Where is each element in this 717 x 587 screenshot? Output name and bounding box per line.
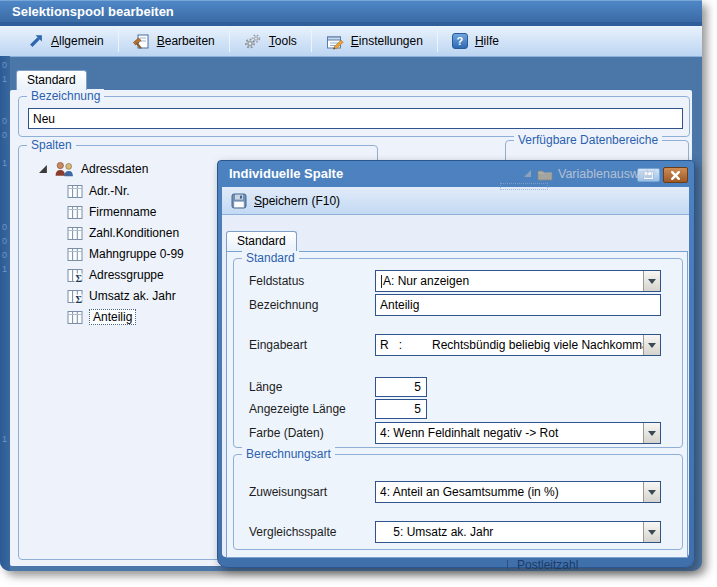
tree-item-adressgruppe[interactable]: Σ Adressgruppe <box>67 266 164 284</box>
toolbar-label-allgemein: Allgemein <box>51 34 104 48</box>
tree-item-label: Mahngruppe 0-99 <box>89 247 184 261</box>
table-column-icon <box>67 205 83 220</box>
help-icon: ? <box>452 33 468 49</box>
background-digit: 0 <box>2 60 7 70</box>
dialog-title: Individuelle Spalte <box>218 161 694 181</box>
laenge-value: 5 <box>414 380 421 394</box>
window-titlebar: Selektionspool bearbeiten <box>0 0 702 22</box>
angezeigte-laenge-input[interactable]: 5 <box>375 399 427 419</box>
expanded-triangle-icon <box>39 165 48 174</box>
eingabeart-combobox[interactable]: R : Rechtsbündig beliebig viele Nachkomm… <box>375 334 661 356</box>
dropdown-arrow-button[interactable] <box>643 423 660 443</box>
dialog-toolbar: Speichern (F10) <box>222 187 689 215</box>
toolbar-item-tools[interactable]: Tools <box>233 29 308 53</box>
bezeichnung-field-label: Bezeichnung <box>249 298 318 312</box>
arrow-up-right-icon <box>27 33 44 50</box>
background-digit: 0 <box>2 130 7 140</box>
zuweisungsart-combobox[interactable]: 4: Anteil an Gesamtsumme (in %) <box>375 481 661 503</box>
toolbar-item-hilfe[interactable]: ? Hilfe <box>441 29 510 53</box>
toolbar-item-einstellungen[interactable]: Einstellungen <box>315 29 434 53</box>
dropdown-arrow-button[interactable] <box>643 482 660 502</box>
tab-standard-dialog[interactable]: Standard <box>226 231 297 251</box>
tree-item-adressdaten[interactable]: Adressdaten <box>39 160 148 178</box>
standard-group-label: Standard <box>242 251 299 265</box>
vergleichsspalte-combobox[interactable]: 5: Umsatz ak. Jahr <box>375 521 661 543</box>
dropdown-arrow-button[interactable] <box>643 335 660 355</box>
people-icon <box>54 161 75 177</box>
feldstatus-label: Feldstatus <box>249 274 304 288</box>
background-digit: 0 <box>2 222 7 232</box>
chevron-down-icon <box>648 431 656 440</box>
tree-item-mahngruppe[interactable]: Mahngruppe 0-99 <box>67 245 184 263</box>
bezeichnung-input[interactable]: Neu <box>28 108 683 129</box>
feldstatus-combobox[interactable]: A: Nur anzeigen <box>375 270 661 292</box>
bezeichnung-group-label: Bezeichnung <box>27 89 104 103</box>
background-digit: 0 <box>2 236 7 246</box>
background-digit: 0 <box>2 250 7 260</box>
farbe-value: 4: Wenn Feldinhalt negativ -> Rot <box>376 423 643 443</box>
zuweisungsart-value: 4: Anteil an Gesamtsumme (in %) <box>376 482 643 502</box>
toolbar-label-einstellungen: Einstellungen <box>351 34 423 48</box>
background-window-edge: 0100100011 <box>0 56 10 571</box>
chevron-down-icon <box>648 279 656 288</box>
feldstatus-value: A: Nur anzeigen <box>383 274 469 288</box>
table-column-icon <box>67 310 83 325</box>
tree-item-adr-nr[interactable]: Adr.-Nr. <box>67 182 130 200</box>
eingabeart-label: Eingabeart <box>249 338 307 352</box>
berechnungsart-group-label: Berechnungsart <box>242 447 335 461</box>
table-column-icon <box>67 247 83 262</box>
toolbar-item-allgemein[interactable]: Allgemein <box>16 29 115 53</box>
zuweisungsart-label: Zuweisungsart <box>249 485 327 499</box>
berechnungsart-group: Berechnungsart Zuweisungsart 4: Anteil a… <box>233 454 683 550</box>
toolbar-separator <box>118 30 119 52</box>
close-icon <box>670 170 681 181</box>
text-caret <box>381 275 382 288</box>
background-digit: 1 <box>2 434 7 444</box>
farbe-label: Farbe (Daten) <box>249 426 324 440</box>
bezeichnung-input-value: Neu <box>33 112 55 126</box>
save-floppy-icon <box>231 193 247 209</box>
dialog-titlebar: Individuelle Spalte <box>218 161 694 187</box>
tab-standard-main[interactable]: Standard <box>16 70 87 90</box>
chevron-down-icon <box>648 343 656 352</box>
vergleichsspalte-value: 5: Umsatz ak. Jahr <box>376 522 643 542</box>
save-button[interactable]: Speichern (F10) <box>231 193 340 209</box>
dropdown-arrow-button[interactable] <box>643 271 660 291</box>
tree-item-label: Zahl.Konditionen <box>89 226 179 240</box>
toolbar-label-hilfe: Hilfe <box>475 34 499 48</box>
table-column-icon <box>67 226 83 241</box>
dialog-individuelle-spalte: Individuelle Spalte Speichern (F10) Stan… <box>217 160 695 568</box>
restore-button[interactable] <box>637 168 660 182</box>
tree-item-label: Firmenname <box>89 205 156 219</box>
svg-text:Σ: Σ <box>76 272 83 283</box>
toolbar-item-bearbeiten[interactable]: Bearbeiten <box>122 29 226 53</box>
spalten-group-label: Spalten <box>27 138 76 152</box>
bezeichnung-field-input[interactable]: Anteilig <box>375 294 661 316</box>
table-column-icon <box>67 184 83 199</box>
background-digit: 1 <box>2 74 7 84</box>
chevron-down-icon <box>648 530 656 539</box>
standard-group: Standard Feldstatus A: Nur anzeigen Beze… <box>233 258 683 448</box>
tree-item-label: Adressdaten <box>81 162 148 176</box>
restore-icon <box>644 172 653 179</box>
background-digit: 1 <box>2 264 7 274</box>
dropdown-arrow-button[interactable] <box>643 522 660 542</box>
farbe-combobox[interactable]: 4: Wenn Feldinhalt negativ -> Rot <box>375 422 661 444</box>
tree-item-firmenname[interactable]: Firmenname <box>67 203 156 221</box>
laenge-input[interactable]: 5 <box>375 377 427 397</box>
bezeichnung-group: Bezeichnung Neu <box>18 96 690 137</box>
tree-item-umsatz[interactable]: Σ Umsatz ak. Jahr <box>67 287 176 305</box>
gears-icon <box>244 33 262 50</box>
close-button[interactable] <box>663 167 688 183</box>
angezeigte-laenge-value: 5 <box>414 402 421 416</box>
tree-item-label: Umsatz ak. Jahr <box>89 289 176 303</box>
datenbereiche-group-label: Verfügbare Datenbereiche <box>514 133 662 147</box>
angezeigte-laenge-label: Angezeigte Länge <box>249 402 346 416</box>
tree-item-label-selected: Anteilig <box>89 309 136 325</box>
tree-item-anteilig[interactable]: Anteilig <box>67 308 136 326</box>
tree-item-zahl-konditionen[interactable]: Zahl.Konditionen <box>67 224 179 242</box>
eingabeart-value: R : Rechtsbündig beliebig viele Nachkomm… <box>376 335 643 355</box>
svg-text:Σ: Σ <box>76 293 83 304</box>
toolbar-separator <box>311 30 312 52</box>
edit-hammer-icon <box>133 33 150 50</box>
